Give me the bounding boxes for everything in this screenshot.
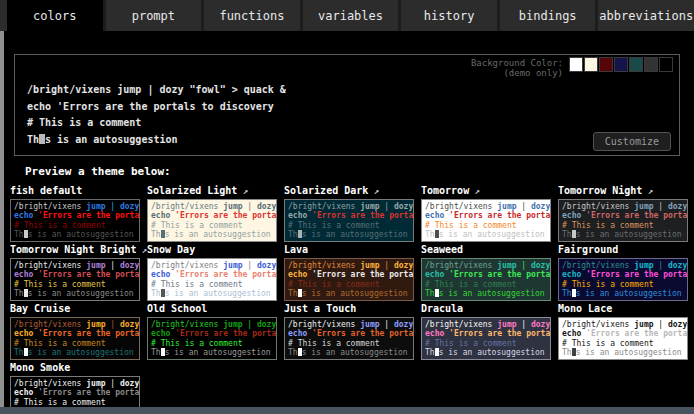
token-command: dozy xyxy=(120,261,139,270)
bg-swatch-4[interactable] xyxy=(614,57,628,72)
token-autosuggestion: s is an autosuggestion xyxy=(165,348,271,357)
theme-card-tomorrow[interactable]: Tomorrow ↗/bright/vixens jump | dozy "fo… xyxy=(421,185,551,242)
token-command: echo xyxy=(425,329,444,338)
sample-line-2: echo 'Errors are the portals to discover… xyxy=(425,329,550,338)
tab-colors[interactable]: colors xyxy=(7,0,103,31)
background-swatch-row xyxy=(569,56,673,72)
theme-name: fish default xyxy=(10,185,140,197)
sample-line-3: # This is a comment xyxy=(425,221,550,230)
tab-prompt[interactable]: prompt xyxy=(103,0,202,31)
token-command: jump xyxy=(360,320,379,329)
sample-line-1: /bright/vixens jump | dozy "fowl" > quac… xyxy=(425,261,550,270)
sample-line-1: /bright/vixens jump | dozy "fowl" > quac… xyxy=(288,320,413,329)
external-link-icon: ↗ xyxy=(136,245,147,255)
theme-card-seaweed[interactable]: Seaweed/bright/vixens jump | dozy "fowl"… xyxy=(421,244,551,301)
sample-line-2: echo 'Errors are the portals to discover… xyxy=(562,211,687,220)
theme-name: Just a Touch xyxy=(284,303,414,315)
tab-variables[interactable]: variables xyxy=(300,0,399,31)
terminal-line-3: # This is a comment xyxy=(27,115,679,132)
window-edge-bottom xyxy=(0,407,694,414)
theme-card-lava[interactable]: Lava/bright/vixens jump | dozy "fowl" > … xyxy=(284,244,414,301)
theme-name[interactable]: Tomorrow ↗ xyxy=(421,185,551,197)
tab-abbreviations[interactable]: abbreviations xyxy=(595,0,694,31)
sample-line-4: Ths is an autosuggestion xyxy=(14,230,139,239)
sample-line-3: # This is a comment xyxy=(288,339,413,348)
token-autosuggestion: s is an autosuggestion xyxy=(165,230,271,239)
sample-line-4: Ths is an autosuggestion xyxy=(14,289,139,298)
bg-swatch-3[interactable] xyxy=(599,57,613,72)
theme-card-fairground[interactable]: Fairground/bright/vixens jump | dozy "fo… xyxy=(558,244,688,301)
token-autosuggestion: Th xyxy=(562,230,572,239)
bg-swatch-2[interactable] xyxy=(584,57,598,72)
token-error: 'Errors are the portals to discovery xyxy=(444,211,550,220)
terminal-line-1: /bright/vixens jump | dozy "fowl" > quac… xyxy=(27,82,679,99)
token-separator: | xyxy=(380,261,394,270)
token-autosuggestion: s is an autosuggestion xyxy=(28,230,134,239)
bg-swatch-5[interactable] xyxy=(629,57,643,72)
token-normal: /bright/vixens xyxy=(288,261,360,270)
bg-swatch-1[interactable] xyxy=(569,57,583,72)
theme-card-mono-lace[interactable]: Mono Lace/bright/vixens jump | dozy "fow… xyxy=(558,303,688,360)
customize-button[interactable]: Customize xyxy=(593,132,671,151)
token-command: echo xyxy=(14,388,33,397)
theme-name[interactable]: Tomorrow Night Bright ↗ xyxy=(10,244,140,256)
token-command: echo xyxy=(562,329,581,338)
token-command: echo xyxy=(288,270,307,279)
theme-name: Old School xyxy=(147,303,277,315)
sample-line-3: # This is a comment xyxy=(14,221,139,230)
token-command: jump xyxy=(86,261,105,270)
theme-terminal-sample: /bright/vixens jump | dozy "fowl" > quac… xyxy=(284,199,414,242)
sample-line-2: echo 'Errors are the portals to discover… xyxy=(288,270,413,279)
sample-line-2: echo 'Errors are the portals to discover… xyxy=(14,270,139,279)
theme-card-tomorrow-night[interactable]: Tomorrow Night ↗/bright/vixens jump | do… xyxy=(558,185,688,242)
sample-line-3: # This is a comment xyxy=(14,398,139,407)
tab-functions[interactable]: functions xyxy=(201,0,300,31)
token-separator: | xyxy=(243,320,257,329)
sample-line-3: # This is a comment xyxy=(151,221,276,230)
token-comment: # This is a comment xyxy=(151,221,243,230)
token-error: 'Errors are the portals to discovery xyxy=(307,329,413,338)
token-comment: # This is a comment xyxy=(425,221,517,230)
bg-swatch-6[interactable] xyxy=(644,57,658,72)
tab-history[interactable]: history xyxy=(398,0,497,31)
theme-name[interactable]: Solarized Dark ↗ xyxy=(284,185,414,197)
token-comment: # This is a comment xyxy=(151,280,243,289)
theme-card-just-a-touch[interactable]: Just a Touch/bright/vixens jump | dozy "… xyxy=(284,303,414,360)
preview-theme-heading: Preview a theme below: xyxy=(25,165,694,178)
sample-line-4: Ths is an autosuggestion xyxy=(562,230,687,239)
theme-terminal-sample: /bright/vixens jump | dozy "fowl" > quac… xyxy=(421,258,551,301)
sample-line-1: /bright/vixens jump | dozy "fowl" > quac… xyxy=(288,202,413,211)
token-autosuggestion: s is an autosuggestion xyxy=(576,348,682,357)
token-error: 'Errors are the portals to discovery xyxy=(170,211,276,220)
theme-card-tomorrow-night-bright[interactable]: Tomorrow Night Bright ↗/bright/vixens ju… xyxy=(10,244,140,301)
token-normal: /bright/vixens xyxy=(562,261,634,270)
sample-line-4: Ths is an autosuggestion xyxy=(288,348,413,357)
token-command: dozy xyxy=(531,202,550,211)
theme-card-bay-cruise[interactable]: Bay Cruise/bright/vixens jump | dozy "fo… xyxy=(10,303,140,360)
sample-line-2: echo 'Errors are the portals to discover… xyxy=(288,329,413,338)
theme-card-solarized-light[interactable]: Solarized Light ↗/bright/vixens jump | d… xyxy=(147,185,277,242)
token-comment: # This is a comment xyxy=(288,221,380,230)
tab-bindings[interactable]: bindings xyxy=(497,0,596,31)
token-normal: /bright/vixens xyxy=(425,320,497,329)
bg-swatch-7[interactable] xyxy=(659,57,673,72)
sample-line-1: /bright/vixens jump | dozy "fowl" > quac… xyxy=(14,379,139,388)
token-separator: | xyxy=(380,202,394,211)
token-error: 'Errors are the portals to discovery xyxy=(33,388,139,397)
theme-name[interactable]: Solarized Light ↗ xyxy=(147,185,277,197)
theme-card-fish-default[interactable]: fish default/bright/vixens jump | dozy "… xyxy=(10,185,140,242)
theme-name[interactable]: Tomorrow Night ↗ xyxy=(558,185,688,197)
theme-card-old-school[interactable]: Old School/bright/vixens jump | dozy "fo… xyxy=(147,303,277,360)
token-autosuggestion: Th xyxy=(151,348,161,357)
token-command: echo xyxy=(425,270,444,279)
sample-line-1: /bright/vixens jump | dozy "fowl" > quac… xyxy=(151,261,276,270)
token-normal: /bright/vixens xyxy=(14,320,86,329)
theme-card-snow-day[interactable]: Snow Day/bright/vixens jump | dozy "fowl… xyxy=(147,244,277,301)
theme-terminal-sample: /bright/vixens jump | dozy "fowl" > quac… xyxy=(284,317,414,360)
token-error: 'Errors are the portals to discovery xyxy=(33,270,139,279)
theme-card-solarized-dark[interactable]: Solarized Dark ↗/bright/vixens jump | do… xyxy=(284,185,414,242)
sample-line-2: echo 'Errors are the portals to discover… xyxy=(14,388,139,397)
theme-card-dracula[interactable]: Dracula/bright/vixens jump | dozy "fowl"… xyxy=(421,303,551,360)
token-autosuggestion: Th xyxy=(562,348,572,357)
background-color-picker: Background Color: (demo only) xyxy=(471,56,673,78)
